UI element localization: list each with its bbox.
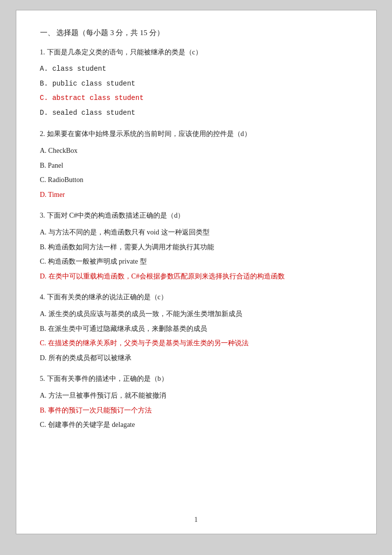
question-options-2: A. CheckBoxB. PanelC. RadioButtonD. Time… <box>40 145 352 201</box>
option-4-2: B. 在派生类中可通过隐藏继承成员，来删除基类的成员 <box>40 323 352 335</box>
question-text-3: 3. 下面对 C#中类的构造函数描述正确的是（d） <box>40 210 352 222</box>
question-options-1: A. class studentB. public class studentC… <box>40 63 352 119</box>
question-text-2: 2. 如果要在窗体中始终显示系统的当前时间，应该使用的控件是（d） <box>40 128 352 140</box>
option-5-3: C. 创建事件的关键字是 delagate <box>40 419 352 431</box>
option-2-3: C. RadioButton <box>40 174 352 186</box>
question-options-5: A. 方法一旦被事件预订后，就不能被撤消B. 事件的预订一次只能预订一个方法C.… <box>40 390 352 431</box>
option-4-4: D. 所有的类成员都可以被继承 <box>40 352 352 364</box>
option-4-3: C. 在描述类的继承关系时，父类与子类是基类与派生类的另一种说法 <box>40 337 352 349</box>
option-5-1: A. 方法一旦被事件预订后，就不能被撤消 <box>40 390 352 402</box>
option-1-1: A. class student <box>40 63 352 75</box>
option-3-1: A. 与方法不同的是，构造函数只有 void 这一种返回类型 <box>40 227 352 238</box>
option-3-4: D. 在类中可以重载构造函数，C#会根据参数匹配原则来选择执行合适的构造函数 <box>40 271 352 282</box>
question-options-4: A. 派生类的成员应该与基类的成员一致，不能为派生类增加新成员B. 在派生类中可… <box>40 308 352 364</box>
question-options-3: A. 与方法不同的是，构造函数只有 void 这一种返回类型B. 构造函数如同方… <box>40 227 352 282</box>
option-1-3: C. abstract class student <box>40 92 352 104</box>
question-1: 1. 下面是几条定义类的语句，只能被继承的类是（c）A. class stude… <box>40 46 352 119</box>
option-3-3: C. 构造函数一般被声明成 private 型 <box>40 256 352 268</box>
option-3-2: B. 构造函数如同方法一样，需要人为调用才能执行其功能 <box>40 241 352 253</box>
question-4: 4. 下面有关类的继承的说法正确的是（c）A. 派生类的成员应该与基类的成员一致… <box>40 291 352 364</box>
question-text-1: 1. 下面是几条定义类的语句，只能被继承的类是（c） <box>40 46 352 58</box>
option-1-4: D. sealed class student <box>40 107 352 119</box>
option-5-2: B. 事件的预订一次只能预订一个方法 <box>40 405 352 416</box>
section-title: 一、 选择题（每小题 3 分，共 15 分） <box>40 28 352 38</box>
question-3: 3. 下面对 C#中类的构造函数描述正确的是（d）A. 与方法不同的是，构造函数… <box>40 210 352 282</box>
page-number: 1 <box>16 516 376 524</box>
option-2-2: B. Panel <box>40 160 352 172</box>
question-text-4: 4. 下面有关类的继承的说法正确的是（c） <box>40 291 352 303</box>
questions-container: 1. 下面是几条定义类的语句，只能被继承的类是（c）A. class stude… <box>40 46 352 431</box>
option-1-2: B. public class student <box>40 78 352 90</box>
exam-page: 一、 选择题（每小题 3 分，共 15 分） 1. 下面是几条定义类的语句，只能… <box>16 10 377 534</box>
question-2: 2. 如果要在窗体中始终显示系统的当前时间，应该使用的控件是（d）A. Chec… <box>40 128 352 201</box>
option-4-1: A. 派生类的成员应该与基类的成员一致，不能为派生类增加新成员 <box>40 308 352 320</box>
question-5: 5. 下面有关事件的描述中，正确的是（b）A. 方法一旦被事件预订后，就不能被撤… <box>40 373 352 431</box>
option-2-4: D. Timer <box>40 189 352 201</box>
option-2-1: A. CheckBox <box>40 145 352 157</box>
question-text-5: 5. 下面有关事件的描述中，正确的是（b） <box>40 373 352 385</box>
